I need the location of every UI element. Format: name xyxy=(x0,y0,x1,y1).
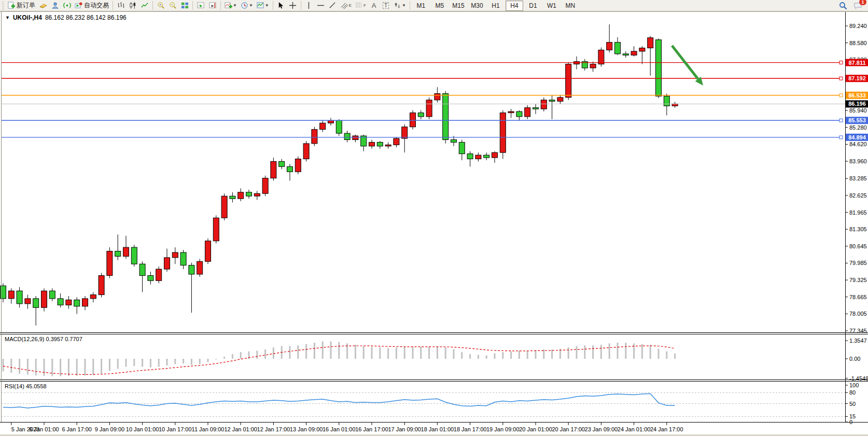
candlestick-chart-canvas[interactable]: 89.24088.58087.92085.94085.28084.62083.9… xyxy=(0,11,868,436)
candle-chart-mode-button[interactable] xyxy=(127,1,138,11)
level-line-handle[interactable] xyxy=(839,136,843,139)
macd-histogram-bar xyxy=(273,347,274,359)
cursor-tool-button[interactable] xyxy=(275,1,287,11)
auto-scroll-button[interactable] xyxy=(195,1,206,11)
date-axis-label: 18 Jan 17:00 xyxy=(454,426,487,432)
rsi-indicator-label: RSI(14) 45.0558 xyxy=(5,383,47,389)
macd-histogram-bar xyxy=(625,343,626,359)
zoom-out-icon xyxy=(169,2,177,9)
new-order-button[interactable]: 新订单 xyxy=(6,1,37,11)
chart-background xyxy=(0,11,868,436)
bar-chart-icon xyxy=(117,2,125,9)
macd-histogram-bar xyxy=(223,357,225,359)
macd-histogram-bar xyxy=(240,352,242,359)
level-line-handle[interactable] xyxy=(839,119,843,122)
candle-body xyxy=(49,291,55,299)
mt4-terminal-window: 新订单 自动交易 xyxy=(0,0,868,436)
dropdown-caret-icon: ▼ xyxy=(233,3,237,8)
candle-body xyxy=(344,133,350,139)
market-profile-button[interactable] xyxy=(49,1,61,11)
candle-body xyxy=(312,130,317,144)
separator xyxy=(152,1,153,10)
trendline-tool-button[interactable] xyxy=(327,1,339,11)
macd-histogram-bar xyxy=(633,343,635,359)
macd-histogram-bar xyxy=(502,352,503,359)
timeframe-M5[interactable]: M5 xyxy=(431,1,449,11)
arrows-tool-button[interactable]: ▼ xyxy=(392,1,408,11)
candle-body xyxy=(541,100,547,109)
fibo-letter: F xyxy=(363,3,366,8)
zoom-out-button[interactable] xyxy=(167,1,178,11)
chart-shift-button[interactable] xyxy=(207,1,218,11)
crosshair-tool-button[interactable] xyxy=(287,1,299,11)
candle-body xyxy=(164,258,170,269)
add-indicator-button[interactable]: ▼ xyxy=(223,1,239,11)
timeframe-M15[interactable]: M15 xyxy=(450,1,467,11)
clock-icon xyxy=(241,2,248,9)
candle-body xyxy=(484,155,489,158)
macd-histogram-bar xyxy=(396,347,397,359)
expert-advisors-button[interactable] xyxy=(37,1,49,11)
timeframe-D1[interactable]: D1 xyxy=(524,1,542,11)
fibonacci-tool-button[interactable]: F xyxy=(354,1,368,11)
candle-body xyxy=(566,64,571,97)
chart-collapse-icon[interactable]: ▼ xyxy=(5,15,10,20)
text-tool-button[interactable]: A xyxy=(368,1,380,11)
macd-histogram-bar xyxy=(650,345,651,359)
price-axis-tick-label: 83.285 xyxy=(849,175,867,181)
candle-body xyxy=(82,299,88,306)
macd-histogram-bar xyxy=(174,359,176,364)
timeframe-MN[interactable]: MN xyxy=(562,1,579,11)
search-button[interactable] xyxy=(837,1,849,11)
line-chart-mode-button[interactable] xyxy=(139,1,150,11)
timeframe-W1[interactable]: W1 xyxy=(543,1,561,11)
vertical-line-tool-button[interactable] xyxy=(303,1,315,11)
signals-button[interactable] xyxy=(61,1,73,11)
candle-body xyxy=(475,155,481,159)
macd-histogram-bar xyxy=(166,359,168,365)
toolbar-grip[interactable] xyxy=(2,2,4,10)
fibonacci-icon xyxy=(355,2,363,9)
tile-windows-button[interactable] xyxy=(179,1,190,11)
timeframe-M1[interactable]: M1 xyxy=(412,1,430,11)
candle-body xyxy=(467,154,473,159)
timeframe-M30[interactable]: M30 xyxy=(468,1,486,11)
macd-histogram-bar xyxy=(478,355,479,359)
candle-body xyxy=(336,120,342,133)
label-tool-button[interactable]: T xyxy=(380,1,391,11)
macd-histogram-bar xyxy=(330,341,332,359)
date-axis-label: 24 Jan 17:00 xyxy=(650,426,683,432)
level-line-handle[interactable] xyxy=(839,94,843,97)
macd-histogram-bar xyxy=(584,345,585,359)
template-button[interactable]: ▼ xyxy=(255,1,271,11)
autotrade-button[interactable]: 自动交易 xyxy=(73,1,110,11)
zoom-in-button[interactable] xyxy=(155,1,166,11)
chart-title: ▼ UKOil-,H4 86.162 86.232 86.142 86.196 xyxy=(5,14,127,21)
horizontal-line-tool-button[interactable] xyxy=(315,1,327,11)
price-axis-badge-label: 87.192 xyxy=(848,75,866,81)
candle-body xyxy=(189,265,194,274)
autotrade-icon xyxy=(75,2,82,9)
separator xyxy=(220,1,221,10)
macd-histogram-bar xyxy=(527,351,528,359)
timeframe-H1[interactable]: H1 xyxy=(487,1,505,11)
candle-body xyxy=(197,261,203,274)
channel-tool-button[interactable]: E xyxy=(339,1,353,11)
price-axis-tick-label: 78.005 xyxy=(849,311,867,317)
period-button[interactable]: ▼ xyxy=(239,1,255,11)
macd-histogram-bar xyxy=(387,348,389,359)
candle-body xyxy=(221,196,227,218)
price-axis-tick-label: 80.645 xyxy=(849,243,867,249)
candle-body xyxy=(172,252,178,258)
level-line-handle[interactable] xyxy=(839,61,843,64)
bar-chart-mode-button[interactable] xyxy=(115,1,127,11)
timeframe-H4[interactable]: H4 xyxy=(506,1,523,11)
candlestick-icon xyxy=(129,2,137,9)
level-line-handle[interactable] xyxy=(839,77,843,80)
candle-body xyxy=(41,291,47,307)
notifications-button[interactable]: 1 xyxy=(852,1,864,11)
macd-histogram-bar xyxy=(412,347,414,359)
candle-body xyxy=(328,120,334,123)
candle-body xyxy=(549,100,555,101)
price-axis-tick-label: 83.960 xyxy=(849,158,867,164)
